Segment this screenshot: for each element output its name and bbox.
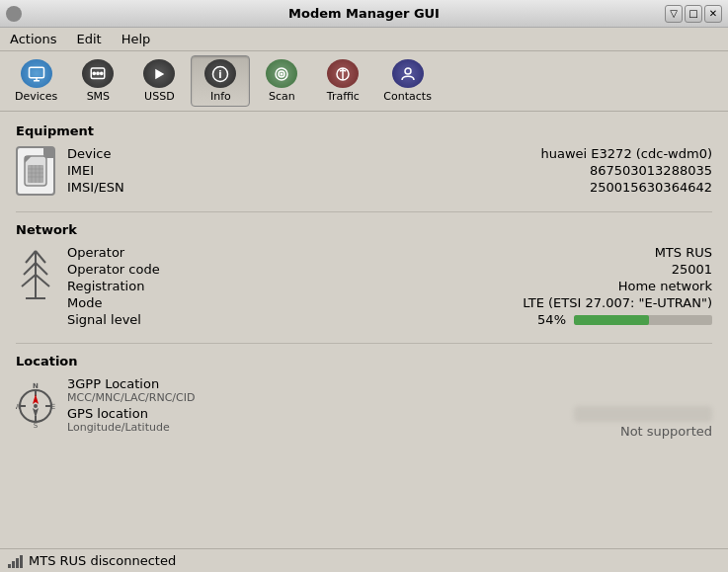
traffic-label: Traffic [327,90,360,103]
toolbar-scan[interactable]: Scan [252,55,311,107]
svg-line-28 [24,263,36,275]
svg-rect-0 [29,67,43,78]
signal-bar-3 [16,558,19,568]
signal-label: Signal level [67,312,160,327]
network-grid: Operator MTS RUS Operator code 25001 Reg… [67,245,712,327]
info-icon: i [204,59,236,88]
registration-value: Home network [200,279,712,293]
equipment-inner: Device huawei E3272 (cdc-wdm0) IMEI 8675… [16,146,712,196]
scan-label: Scan [269,90,295,103]
divider-2 [16,343,712,344]
gps-value-area: Not supported [234,406,712,439]
imei-label: IMEI [67,163,124,178]
gpp-label-group: 3GPP Location MCC/MNC/LAC/RNC/CID [67,376,195,404]
location-title: Location [16,354,712,368]
toolbar-ussd[interactable]: USSD [129,55,189,107]
gps-blur-bar [574,406,712,422]
traffic-icon [327,59,359,88]
location-inner: N S W E 3GPP Location MCC/MNC/LAC/RNC/CI… [16,376,712,439]
svg-point-15 [405,68,411,74]
opcode-value: 25001 [200,262,712,277]
toolbar-devices[interactable]: Devices [6,55,66,107]
minimize-button[interactable]: ▽ [665,5,683,23]
svg-text:N: N [33,382,39,390]
contacts-label: Contacts [383,90,432,103]
close-button[interactable]: ✕ [704,5,722,23]
sms-icon [82,59,114,88]
svg-point-5 [93,72,95,74]
signal-bar-bg [574,315,712,325]
window-title: Modem Manager GUI [288,6,440,21]
ussd-icon [143,59,175,88]
operator-label: Operator [67,245,160,260]
signal-bar-fill [574,315,649,325]
imei-value: 867503013288035 [164,163,712,178]
svg-point-6 [101,72,103,74]
app-icon [6,6,22,22]
signal-bar-container: 54% [200,312,712,327]
gps-sublabel: Longitude/Latitude [67,421,195,434]
opcode-label: Operator code [67,262,160,277]
main-content: Equipment Device huawei E3272 (cdc-wdm0) [0,112,728,548]
compass-icon: N S W E [16,376,55,436]
toolbar-contacts[interactable]: Contacts [374,55,441,107]
equipment-section: Equipment Device huawei E3272 (cdc-wdm0) [16,123,712,196]
contacts-icon [392,59,424,88]
gpp-sublabel: MCC/MNC/LAC/RNC/CID [67,391,195,404]
sms-label: SMS [87,90,110,103]
toolbar: Devices SMS USSD i Info [0,51,728,112]
gpp-label: 3GPP Location [67,376,195,391]
sim-icon [16,146,55,196]
registration-label: Registration [67,279,160,293]
not-supported-text: Not supported [620,424,712,439]
menu-actions[interactable]: Actions [4,30,63,48]
svg-line-30 [22,275,36,286]
signal-bar-4 [20,555,23,568]
svg-point-40 [34,404,38,408]
scan-icon [266,59,297,88]
info-label: Info [210,90,231,103]
svg-marker-38 [33,394,39,404]
svg-text:W: W [16,403,22,411]
window-controls: ▽ □ ✕ [665,5,722,23]
status-signal-icon [8,554,23,568]
signal-percent: 54% [537,312,566,327]
svg-line-27 [36,251,45,263]
equipment-title: Equipment [16,123,712,138]
svg-line-29 [36,263,47,275]
location-grid: 3GPP Location MCC/MNC/LAC/RNC/CID GPS lo… [67,376,712,439]
toolbar-info[interactable]: i Info [191,55,250,107]
network-inner: Operator MTS RUS Operator code 25001 Reg… [16,245,712,327]
svg-line-26 [26,251,36,263]
signal-bar-1 [8,564,11,568]
imsi-value: 250015630364642 [164,180,712,195]
svg-text:E: E [51,403,55,411]
menubar: Actions Edit Help [0,28,728,51]
status-text: MTS RUS disconnected [29,553,176,568]
location-section: Location N S W E [16,354,712,439]
ussd-label: USSD [144,90,175,103]
operator-value: MTS RUS [200,245,712,260]
network-title: Network [16,222,712,237]
devices-icon [21,59,52,88]
svg-marker-7 [156,68,165,79]
devices-label: Devices [15,90,57,103]
device-value: huawei E3272 (cdc-wdm0) [164,146,712,161]
toolbar-sms[interactable]: SMS [68,55,127,107]
antenna-icon [16,245,55,304]
signal-bar-2 [12,561,15,568]
mode-value: LTE (ETSI 27.007: "E-UTRAN") [200,295,712,310]
maximize-button[interactable]: □ [685,5,702,23]
divider-1 [16,211,712,212]
menu-help[interactable]: Help [116,30,157,48]
svg-text:S: S [34,422,39,430]
equipment-grid: Device huawei E3272 (cdc-wdm0) IMEI 8675… [67,146,712,195]
mode-label: Mode [67,295,160,310]
network-section: Network Operator MTS RUS Operator code [16,222,712,327]
svg-point-12 [282,73,283,75]
gps-label: GPS location [67,406,195,421]
svg-line-31 [36,275,49,286]
menu-edit[interactable]: Edit [71,30,108,48]
toolbar-traffic[interactable]: Traffic [313,55,372,107]
svg-marker-39 [33,408,39,418]
